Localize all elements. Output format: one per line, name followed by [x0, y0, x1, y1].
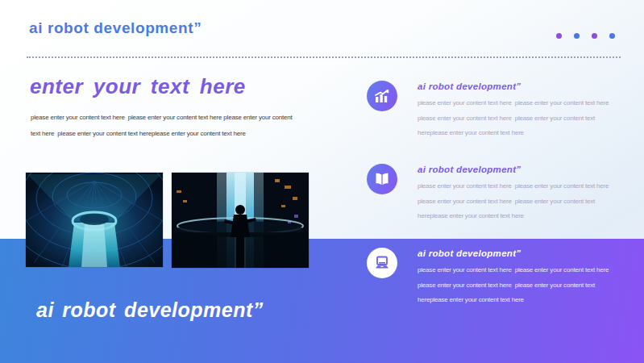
dot — [592, 33, 597, 39]
dot — [574, 33, 580, 39]
feature-item-laptop: ai robot development” please enter your … — [367, 248, 613, 308]
feature-body: please enter your content text here plea… — [418, 263, 613, 308]
slide-title: ai robot development” — [29, 19, 202, 37]
dot — [556, 33, 562, 39]
section-paragraph: please enter your content text here plea… — [31, 110, 298, 142]
feature-item-book: ai robot development” please enter your … — [367, 164, 613, 224]
section-heading: enter your text here — [30, 74, 246, 99]
feature-body: please enter your content text here plea… — [418, 179, 613, 224]
feature-title: ai robot development” — [418, 165, 613, 174]
waterfall-silhouette-photo — [172, 173, 309, 268]
book-icon — [367, 164, 397, 194]
rain-vortex-dome-photo — [26, 173, 163, 267]
laptop-icon — [367, 248, 397, 278]
feature-item-chart: ai robot development” please enter your … — [367, 81, 613, 141]
header-dots — [556, 33, 615, 39]
dot — [609, 33, 615, 39]
presentation-slide: ai robot development” enter your text he… — [0, 0, 644, 363]
bar-chart-icon — [367, 81, 397, 111]
dotted-divider — [27, 56, 621, 58]
feature-title: ai robot development” — [418, 81, 613, 91]
band-title: ai robot development” — [36, 298, 264, 322]
photo-row — [26, 173, 309, 268]
feature-body: please enter your content text here plea… — [418, 96, 613, 141]
feature-title: ai robot development” — [418, 248, 613, 258]
